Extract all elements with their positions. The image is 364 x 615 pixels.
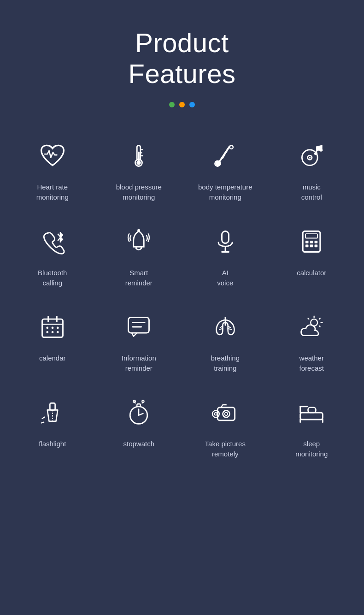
svg-point-20 [319,149,323,152]
music-icon [295,140,328,172]
feature-music: musiccontrol [269,130,355,207]
flashlight-label: flashlight [39,439,66,449]
stopwatch-label: stopwatch [123,439,154,449]
svg-point-47 [57,331,59,333]
feature-microphone: AIvoice [182,216,269,293]
blood-pressure-label: blood pressuremonitoring [116,182,162,202]
svg-rect-35 [305,244,309,247]
music-label: musiccontrol [301,182,322,202]
bluetooth-phone-icon [36,225,69,258]
dot-2 [179,102,185,107]
feature-body-temp: body temperaturemonitoring [182,130,269,207]
feature-stopwatch: stopwatch [96,387,182,464]
svg-point-44 [57,327,59,329]
dot-1 [169,102,175,107]
dot-3 [189,102,195,107]
svg-line-67 [139,414,143,415]
svg-point-46 [51,331,53,333]
feature-calculator: calculator [269,216,355,293]
svg-line-59 [319,326,320,327]
svg-point-74 [223,410,229,417]
weather-icon [295,311,328,343]
svg-rect-31 [305,234,317,238]
feature-sleep: sleepmonitoring [269,387,355,464]
svg-rect-27 [222,231,229,243]
svg-rect-2 [138,152,140,161]
lungs-icon [209,311,241,343]
breathing-label: breathingtraining [211,353,240,373]
svg-point-3 [137,161,141,165]
svg-point-11 [229,146,233,149]
camera-label: Take picturesremotely [205,439,246,459]
bluetooth-label: Bluetoothcalling [38,268,67,288]
svg-rect-33 [310,241,313,243]
svg-rect-32 [305,241,309,243]
svg-line-64 [41,422,44,423]
heart-rate-icon [36,140,69,172]
chat-icon [123,311,155,343]
feature-info-reminder: Informationreminder [96,302,182,378]
svg-point-45 [46,331,48,333]
svg-point-26 [137,229,140,232]
calculator-icon [295,225,328,258]
svg-rect-78 [300,413,323,420]
camera-icon [209,396,241,429]
svg-point-43 [51,327,53,329]
svg-rect-37 [315,244,318,247]
bell-label: Smartreminder [125,268,153,288]
microphone-label: AIvoice [217,268,233,288]
svg-line-63 [42,417,45,419]
svg-line-60 [308,319,309,319]
svg-rect-48 [129,318,149,333]
feature-flashlight: flashlight [9,387,96,464]
feature-bell: Smartreminder [96,216,182,293]
svg-rect-73 [217,408,235,420]
flashlight-icon [36,396,69,429]
bell-icon [123,225,155,258]
page-title: Product Features [129,28,236,89]
feature-breathing: breathingtraining [182,302,269,378]
info-reminder-label: Informationreminder [122,353,156,373]
sleep-label: sleepmonitoring [295,439,328,459]
calendar-label: calendar [39,353,66,363]
weather-label: weatherforecast [299,353,324,373]
svg-rect-34 [315,241,318,243]
svg-point-10 [216,162,219,166]
calculator-label: calculator [297,268,326,278]
svg-rect-82 [308,408,316,413]
heart-rate-label: Heart ratemonitoring [36,182,69,202]
feature-blood-pressure: blood pressuremonitoring [96,130,182,207]
stopwatch-icon [123,396,155,429]
feature-weather: weatherforecast [269,302,355,378]
sleep-icon [295,396,328,429]
svg-point-75 [224,412,228,415]
calendar-icon [36,311,69,343]
page-container: Product Features Heart ratemonitoring [0,0,364,491]
svg-point-42 [46,327,48,329]
blood-pressure-icon [123,140,155,172]
svg-rect-36 [310,244,313,247]
svg-rect-68 [137,404,141,407]
svg-point-76 [212,410,219,417]
svg-line-57 [319,319,320,319]
svg-point-77 [214,413,217,415]
dots-row [169,102,195,107]
feature-calendar: calendar [9,302,96,378]
feature-heart-rate: Heart ratemonitoring [9,130,96,207]
feature-camera: Take picturesremotely [182,387,269,464]
features-grid: Heart ratemonitoring blood pressuremonit… [9,130,355,463]
body-temp-icon [209,140,241,172]
svg-point-16 [309,157,311,159]
feature-bluetooth: Bluetoothcalling [9,216,96,293]
body-temp-label: body temperaturemonitoring [198,182,252,202]
microphone-icon [209,225,241,258]
svg-line-7 [219,147,230,162]
svg-rect-61 [50,403,55,410]
svg-point-19 [314,153,318,155]
